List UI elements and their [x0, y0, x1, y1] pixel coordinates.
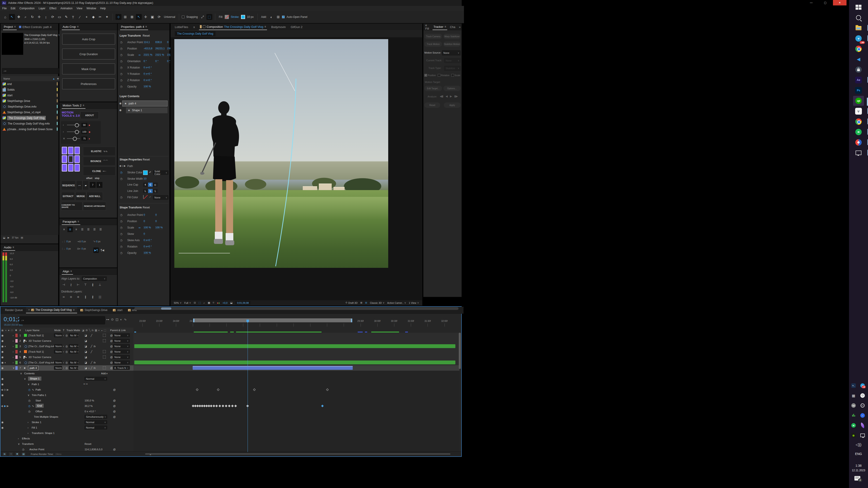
view-axis-mode[interactable]: ⊠	[129, 14, 135, 20]
property-value[interactable]: 0 °	[167, 60, 170, 63]
twirl-icon[interactable]: ›	[13, 344, 13, 349]
layer-duration-bar[interactable]	[193, 366, 353, 370]
stopwatch-icon[interactable]: ◷	[120, 239, 122, 242]
label-chip[interactable]	[57, 82, 58, 86]
property-name[interactable]: Contents	[24, 371, 35, 376]
region-of-interest-icon[interactable]: ⌐	[204, 301, 205, 304]
tray-grid[interactable]: ▦	[851, 393, 856, 398]
tray-spotify-mini[interactable]: ≋	[851, 423, 856, 428]
remove-artboard-button[interactable]: REMOVE ARTBOARD	[83, 202, 106, 210]
layer-track[interactable]	[133, 333, 459, 338]
quality-slash-icon[interactable]: ╱	[91, 349, 92, 354]
comp-mini-flowchart-icon[interactable]: ⊶	[106, 318, 109, 321]
stroke-type-dropdown[interactable]: Solid Color∨	[153, 170, 168, 175]
timeline-search-input[interactable]: ⌕▾	[19, 316, 105, 324]
property-row[interactable]: ◉∨Path 1⇤⇥	[0, 382, 133, 387]
blend-mode-dropdown[interactable]: Normal∨	[85, 377, 107, 381]
layer-row[interactable]: ◉◖›3[The Cr...Golf Vlog.m4v]Norm∨◎No M∨◪…	[0, 344, 133, 349]
align-to-dropdown[interactable]: Composition∨	[82, 276, 107, 281]
preferences-button[interactable]: Preferences	[62, 78, 115, 89]
property-value[interactable]: 100 %	[144, 251, 151, 255]
fx-icon[interactable]: fx	[94, 360, 96, 365]
notification-center-icon[interactable]: 4	[855, 476, 860, 481]
expand-inout-icon[interactable]: ✥	[15, 452, 20, 456]
ground-plane-icon[interactable]: ⊞	[360, 301, 362, 304]
taskbar-vscode[interactable]: ◄	[853, 54, 864, 64]
anchor-cell[interactable]	[68, 164, 73, 171]
anchor-cell[interactable]	[62, 164, 67, 171]
twirl-icon[interactable]: ∨	[28, 392, 29, 398]
link-icon[interactable]: ∞	[138, 53, 141, 57]
panel-menu-icon[interactable]: ≡	[73, 308, 75, 312]
layer-row[interactable]: ◉›2▛◂3D Tracker Camera◪@None∨	[0, 338, 133, 344]
property-value[interactable]: 0	[155, 220, 157, 223]
taskbar-remote-window[interactable]	[853, 148, 864, 158]
property-value[interactable]: 2321 %	[155, 53, 164, 57]
cap-butt-button[interactable]: ¢	[143, 183, 148, 187]
label-chip[interactable]	[57, 105, 58, 108]
stroke-width-value[interactable]: 10 px	[247, 15, 253, 19]
keyframe[interactable]	[213, 404, 215, 407]
property-value[interactable]: 100 %	[144, 85, 151, 88]
twirl-icon[interactable]: ›	[13, 360, 13, 365]
indent-field[interactable]: ⁺≡0px	[93, 240, 100, 243]
quality-slash-icon[interactable]: ╱	[91, 365, 92, 371]
tray-levels[interactable]	[851, 413, 856, 418]
tab-motion-tools[interactable]: Motion Tools 2≡	[62, 103, 86, 109]
blend-mode-dropdown[interactable]: Normal∨	[85, 420, 107, 424]
twirl-icon[interactable]: ›	[28, 420, 29, 425]
layer-name-column[interactable]: Layer Name	[25, 327, 39, 333]
pickwhip-icon[interactable]: @	[113, 398, 116, 403]
tab-audio[interactable]: Audio≡	[3, 245, 15, 251]
property-value[interactable]: 100 %	[144, 226, 151, 229]
zoom-tool[interactable]: ⌕	[23, 14, 29, 20]
layer-name[interactable]: 3D Tracker Camera	[29, 338, 51, 344]
track-matte-dropdown[interactable]: No M∨	[69, 344, 78, 348]
project-item[interactable]: StephSwings Drive	[1, 98, 59, 104]
composition-viewer[interactable]	[171, 37, 422, 300]
keyframe-nav-icons[interactable]: ◀ ◇ ▶	[119, 165, 126, 167]
slider-track[interactable]	[67, 125, 80, 125]
eye-icon[interactable]: ◉	[1, 376, 4, 382]
layer-name[interactable]: [Track Null 1]	[29, 349, 44, 354]
puppet-tool[interactable]: ✦	[104, 14, 110, 20]
property-track[interactable]	[133, 376, 459, 382]
snap-box-icon[interactable]: ⬚	[207, 14, 212, 20]
mask-crop-button[interactable]: Mask Crop	[62, 64, 115, 74]
align-4-button[interactable]: ☰	[86, 227, 91, 232]
home-tool[interactable]: ⌂	[2, 14, 8, 20]
snapping-checkbox[interactable]	[182, 15, 185, 18]
stopwatch-icon[interactable]: ◷	[120, 72, 122, 75]
tray-discord[interactable]: ᗜ	[860, 393, 865, 398]
slider-value[interactable]: 100	[82, 130, 87, 134]
property-value[interactable]: 100,0 %	[85, 398, 94, 403]
property-track[interactable]	[133, 382, 459, 387]
aep-icon[interactable]: ▤	[21, 452, 26, 456]
stopwatch-icon[interactable]: ◷	[120, 66, 122, 69]
eye-icon[interactable]: ◉	[1, 392, 4, 398]
magnification-dropdown[interactable]: 50%∨	[174, 301, 182, 304]
project-search-input[interactable]: ⌕▾	[2, 68, 59, 74]
fx-icon[interactable]: fx	[94, 365, 96, 371]
effects-sun-icon[interactable]: ☼	[88, 365, 90, 371]
property-value[interactable]: 0	[144, 214, 145, 217]
track-matte-column[interactable]: Track Matte	[66, 327, 80, 333]
stopwatch-icon[interactable]: ◷	[120, 232, 122, 235]
matte-spiral-icon[interactable]: ◎	[66, 365, 68, 371]
parent-dropdown[interactable]: None∨	[113, 350, 130, 354]
taskbar-chrome[interactable]	[853, 44, 864, 54]
label-chip[interactable]	[57, 116, 58, 119]
maximize-button[interactable]: ▢	[819, 0, 832, 5]
taskbar-search[interactable]	[853, 13, 864, 23]
label-chip[interactable]	[57, 88, 58, 91]
stopwatch-icon[interactable]: ◷	[120, 196, 122, 199]
auto-open-checkbox[interactable]: ✓	[282, 15, 285, 18]
parent-pickwhip-icon[interactable]: @	[110, 354, 113, 360]
track-matte-dropdown[interactable]: No M∨	[69, 366, 78, 370]
property-name[interactable]: Trim Multiple Shapes	[34, 414, 58, 420]
label-color-chip[interactable]	[16, 345, 18, 348]
timeline-tab[interactable]: StephSwings Drive	[78, 307, 110, 313]
track-matte-dropdown[interactable]: No M∨	[69, 333, 78, 337]
layer-track[interactable]	[133, 365, 459, 371]
property-value[interactable]: 0 x+0 °	[144, 79, 152, 82]
